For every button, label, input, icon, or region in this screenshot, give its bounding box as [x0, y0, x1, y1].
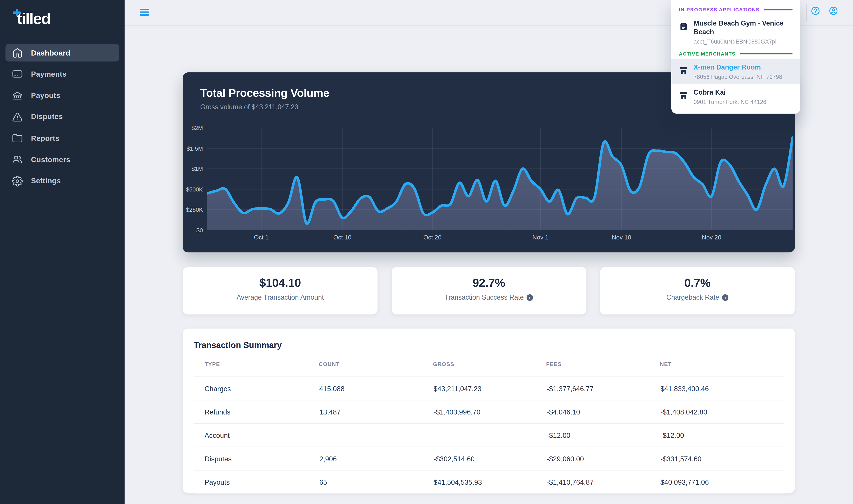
table-cell-fees: -$12.00 — [546, 424, 660, 447]
stat-card: 92.7%Transaction Success Ratei — [392, 267, 586, 314]
sidebar-item-label: Payouts — [31, 91, 60, 100]
table-cell-net: -$1,408,042.80 — [660, 400, 784, 424]
table-cell-fees: -$29,060.00 — [546, 447, 660, 470]
x-axis-tick: Oct 10 — [323, 234, 361, 240]
table-cell-type: Account — [194, 424, 319, 447]
x-axis-tick: Nov 10 — [602, 234, 640, 240]
topbar-divider — [806, 4, 806, 21]
merchant-name: Cobra Kai — [693, 89, 766, 97]
menu-icon[interactable] — [140, 8, 149, 17]
table-cell-fees: -$1,410,764.87 — [546, 470, 660, 493]
stat-card: 0.7%Chargeback Ratei — [600, 267, 795, 314]
table-cell-gross: -$1,403,996.70 — [433, 400, 546, 424]
credit-card-icon — [12, 69, 31, 79]
table-cell-fees: -$1,377,646.77 — [546, 377, 660, 400]
merchant-subtitle: 0901 Turner Fork, NC 44126 — [693, 98, 766, 105]
table-cell-type: Charges — [194, 377, 319, 400]
y-axis-tick: $500K — [183, 186, 203, 192]
table-cell-gross: $41,504,535.93 — [433, 470, 546, 493]
sidebar-item-customers[interactable]: Customers — [5, 151, 119, 168]
table-cell-type: Disputes — [194, 447, 319, 470]
sidebar-item-disputes[interactable]: Disputes — [5, 108, 119, 126]
help-circle-icon[interactable] — [811, 6, 820, 16]
table-cell-count: 2,906 — [319, 447, 433, 470]
sidebar-item-label: Reports — [31, 134, 59, 142]
merchant-menu-item[interactable]: X-men Danger Room78056 Pagac Overpass, N… — [671, 59, 800, 84]
dropdown-section-rule — [764, 9, 793, 10]
x-axis-tick: Oct 1 — [242, 234, 280, 240]
table-cell-net: $40,093,771.06 — [660, 470, 784, 493]
brand-logo-text: tilled — [17, 10, 50, 28]
merchant-switcher-dropdown: IN-PROGRESS APPLICATIONSMuscle Beach Gym… — [671, 0, 800, 114]
table-row: Payouts65$41,504,535.93-$1,410,764.87$40… — [194, 470, 784, 493]
merchant-name: Muscle Beach Gym - Venice Beach — [693, 20, 793, 37]
table-cell-count: 13,487 — [319, 400, 433, 424]
chart-subtitle: Gross volume of $43,211,047.23 — [200, 103, 298, 111]
storefront-icon — [679, 65, 688, 74]
sidebar-item-reports[interactable]: Reports — [5, 129, 119, 147]
table-row: Account---$12.00-$12.00 — [194, 424, 784, 447]
merchant-subtitle: acct_T6uu0IuNqEBNC88JGX7pl — [693, 38, 793, 44]
sidebar-item-label: Dashboard — [31, 49, 70, 57]
table-column-header: TYPE — [194, 356, 319, 377]
dropdown-section-header: IN-PROGRESS APPLICATIONS — [671, 5, 800, 15]
table-cell-net: $41,833,400.46 — [660, 377, 784, 400]
sidebar-item-dashboard[interactable]: Dashboard — [5, 44, 119, 61]
sidebar-item-label: Customers — [31, 156, 70, 164]
sidebar-item-settings[interactable]: Settings — [5, 173, 119, 190]
table-row: Charges415,088$43,211,047.23-$1,377,646.… — [194, 377, 784, 400]
dropdown-section-header: ACTIVE MERCHANTS — [671, 49, 800, 59]
table-cell-net: -$12.00 — [660, 424, 784, 447]
merchant-subtitle: 78056 Pagac Overpass, NH 79798 — [693, 73, 782, 80]
info-icon[interactable]: i — [722, 294, 728, 301]
home-icon — [12, 47, 31, 58]
merchant-name: X-men Danger Room — [693, 64, 782, 72]
table-cell-count: 415,088 — [319, 377, 433, 400]
info-icon[interactable]: i — [526, 294, 533, 301]
users-icon — [12, 154, 31, 165]
transaction-summary-table: TYPECOUNTGROSSFEESNET Charges415,088$43,… — [194, 356, 784, 494]
folder-icon — [12, 133, 31, 144]
x-axis-tick: Nov 20 — [693, 234, 731, 240]
table-row: Disputes2,906-$302,514.60-$29,060.00-$33… — [194, 447, 784, 470]
dashboard-page: tilled DashboardPaymentsPayoutsDisputesR… — [0, 0, 853, 504]
dropdown-section-label: IN-PROGRESS APPLICATIONS — [679, 7, 760, 13]
warning-triangle-icon — [12, 111, 31, 122]
table-cell-gross: - — [433, 424, 546, 447]
sidebar-item-payments[interactable]: Payments — [5, 66, 119, 83]
sidebar-item-label: Settings — [31, 177, 61, 185]
table-column-header: NET — [660, 356, 784, 377]
table-column-header: COUNT — [319, 356, 433, 377]
table-cell-gross: $43,211,047.23 — [433, 377, 546, 400]
summary-title: Transaction Summary — [194, 341, 784, 350]
gear-icon — [12, 176, 31, 186]
table-row: Refunds13,487-$1,403,996.70-$4,046.10-$1… — [194, 400, 784, 424]
chart-area-fill — [207, 138, 793, 230]
stat-label: Chargeback Ratei — [600, 294, 795, 301]
x-axis-tick: Oct 20 — [413, 234, 451, 240]
stat-label: Average Transaction Amount — [183, 294, 378, 301]
merchant-menu-item[interactable]: Muscle Beach Gym - Venice Beachacct_T6uu… — [671, 15, 800, 49]
merchant-menu-item[interactable]: Cobra Kai0901 Turner Fork, NC 44126 — [671, 84, 800, 109]
sidebar: tilled DashboardPaymentsPayoutsDisputesR… — [0, 0, 125, 504]
y-axis-tick: $250K — [183, 206, 203, 213]
bank-icon — [12, 90, 31, 101]
table-header-row: TYPECOUNTGROSSFEESNET — [194, 356, 784, 377]
stat-value: 92.7% — [392, 276, 586, 290]
table-cell-fees: -$4,046.10 — [546, 400, 660, 424]
y-axis-tick: $2M — [183, 125, 203, 131]
stat-value: 0.7% — [600, 276, 795, 290]
stat-label: Transaction Success Ratei — [392, 294, 586, 301]
x-axis-tick: Nov 1 — [521, 234, 559, 240]
dropdown-section-rule — [740, 53, 793, 54]
table-cell-count: - — [319, 424, 433, 447]
volume-area-chart[interactable] — [207, 128, 793, 230]
stat-card: $104.10Average Transaction Amount — [183, 267, 378, 314]
sidebar-item-label: Disputes — [31, 113, 63, 121]
chart-title: Total Processing Volume — [200, 86, 329, 100]
sidebar-item-label: Payments — [31, 70, 67, 78]
sidebar-item-payouts[interactable]: Payouts — [5, 87, 119, 104]
user-circle-icon[interactable] — [829, 6, 838, 16]
dropdown-section-label: ACTIVE MERCHANTS — [679, 51, 736, 56]
clipboard-icon — [679, 21, 688, 30]
